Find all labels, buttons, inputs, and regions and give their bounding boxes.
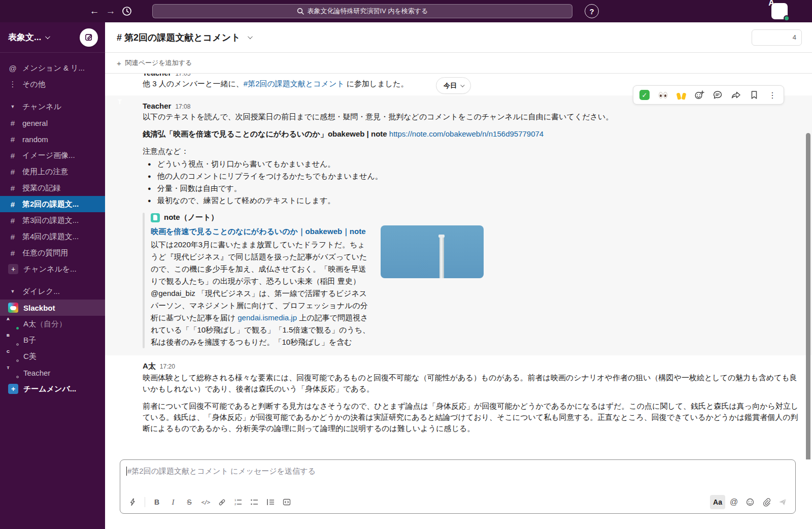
sidebar-dm-ataro[interactable]: A A太（自分） [0, 316, 105, 332]
message-paragraph: 前者について回復不可能であると判断する見方はなさそうなので、ひとまず論点は「身体… [143, 401, 802, 434]
quick-reaction-raised-hands-button[interactable] [673, 87, 689, 103]
message-text-intro: 以下のテキストを読んで、次回授業日の前日までに感想・疑問・意見・批判などのコメン… [143, 111, 802, 122]
shortcuts-button[interactable] [125, 495, 141, 509]
plus-icon: + [8, 264, 18, 274]
sidebar-invite-members[interactable]: + チームメンバ... [0, 381, 105, 397]
channel-label: 授業の記録 [22, 183, 60, 193]
inline-code-button[interactable]: </> [198, 495, 213, 509]
add-channel-label: チャンネルを... [23, 264, 77, 274]
article-thumbnail-image[interactable] [381, 225, 484, 278]
sidebar-channel-session3[interactable]: #第3回の課題文... [0, 212, 105, 228]
history-clock-icon[interactable] [119, 3, 135, 19]
chevron-down-icon [45, 34, 50, 39]
article-url-link[interactable]: https://note.com/obakeweb/n/n156d9577907… [389, 129, 544, 138]
more-actions-button[interactable]: ⋮ [764, 87, 781, 103]
ataro-message[interactable]: A A太 17:20 映画体験として総称される様々な要素には、回復可能であるもの… [105, 359, 812, 436]
message-timestamp[interactable]: 17:08 [175, 103, 190, 110]
show-formatting-button[interactable]: Aa [710, 495, 725, 509]
avatar: B [8, 335, 18, 345]
user-avatar[interactable]: A [771, 3, 788, 19]
channels-section-header[interactable]: ▼ チャンネル [0, 98, 105, 115]
member-list-button[interactable]: T A B 4 [752, 29, 802, 46]
avatar: C [8, 351, 18, 361]
teacher-message[interactable]: T Teacher 17:08 以下のテキストを読んで、次回授業日の前日までに感… [105, 95, 812, 355]
message-input[interactable]: #第2回の課題文献とコメント にメッセージを送信する [120, 460, 795, 491]
search-input[interactable]: 表象文化論特殊研究演習IV 内を検索する [152, 4, 572, 18]
history-forward-button[interactable]: → [103, 3, 119, 19]
sidebar-channel-image[interactable]: #イメージ画像... [0, 147, 105, 163]
channel-label: 第3回の課題文... [22, 216, 79, 225]
attach-file-button[interactable] [759, 495, 774, 509]
vertical-scrollbar[interactable] [806, 133, 810, 459]
sidebar-dm-bko[interactable]: B B子 [0, 332, 105, 348]
reply-in-thread-button[interactable] [709, 87, 726, 103]
bulleted-list-button[interactable] [247, 495, 262, 509]
quick-reaction-eyes-button[interactable] [655, 87, 671, 103]
message-timestamp[interactable]: 17:05 [175, 74, 190, 77]
date-divider-button[interactable]: 今日 [436, 77, 471, 94]
sidebar-channel-usage-notes[interactable]: #使用上の注意 [0, 163, 105, 180]
chimney-tower-image [439, 235, 444, 278]
message-author[interactable]: A太 [143, 361, 156, 371]
smiley-plus-icon [694, 90, 704, 100]
message-author[interactable]: Teacher [143, 102, 171, 110]
channel-title-button[interactable]: # 第2回の課題文献とコメント [117, 31, 251, 44]
sidebar-add-channel[interactable]: + チャンネルを... [0, 261, 105, 277]
sidebar-channel-questions[interactable]: #任意の質問用 [0, 245, 105, 261]
sidebar-channel-class-records[interactable]: #授業の記録 [0, 180, 105, 196]
bulleted-list-icon [250, 498, 258, 506]
member-avatar: A [767, 32, 777, 43]
share-icon [731, 90, 741, 100]
sidebar-item-mentions[interactable]: @ メンション & リ... [0, 60, 105, 76]
composer-area: #第2回の課題文献とコメント にメッセージを送信する B I S </> 1 [105, 459, 812, 529]
new-message-button[interactable] [80, 28, 98, 47]
sidebar-channel-random[interactable]: #random [0, 131, 105, 147]
dm-label: A太（自分） [23, 319, 66, 329]
strikethrough-button[interactable]: S [182, 495, 197, 509]
share-message-button[interactable] [728, 87, 744, 103]
bold-button[interactable]: B [149, 495, 164, 509]
caret-down-icon: ▼ [8, 289, 17, 294]
blockquote-button[interactable] [263, 495, 278, 509]
thread-icon [713, 90, 723, 100]
add-bookmark-button[interactable]: + 関連ページを追加する [117, 58, 192, 68]
at-icon: @ [8, 64, 17, 73]
send-button[interactable] [775, 495, 790, 509]
sidebar-channel-general[interactable]: #general [0, 115, 105, 131]
member-avatar: B [779, 32, 789, 43]
workspace-header[interactable]: 表象文... [0, 22, 105, 53]
message-timestamp[interactable]: 17:20 [160, 363, 175, 370]
dm-label: B子 [23, 336, 36, 345]
italic-button[interactable]: I [165, 495, 181, 509]
message-author[interactable]: Teacher [143, 74, 171, 77]
save-for-later-button[interactable] [746, 87, 762, 103]
ordered-list-button[interactable]: 12 [230, 495, 246, 509]
toolbar-divider [145, 497, 145, 507]
quick-reaction-check-button[interactable]: ✓ [636, 87, 653, 103]
history-back-button[interactable]: ← [86, 3, 103, 19]
hash-icon: # [8, 249, 17, 257]
emoji-button[interactable] [742, 495, 758, 509]
bullet-icon: ● [148, 182, 151, 194]
add-reaction-button[interactable] [691, 87, 707, 103]
message-composer[interactable]: #第2回の課題文献とコメント にメッセージを送信する B I S </> 1 [120, 459, 796, 514]
channel-label: 第2回の課題文... [22, 200, 79, 209]
sidebar-dm-slackbot[interactable]: Slackbot [0, 300, 105, 316]
message-list: T Teacher 17:05 他 3 人のメンバーと一緒に、#第2回の課題文献… [105, 74, 812, 459]
channel-link[interactable]: #第2回の課題文献とコメント [244, 79, 345, 88]
dm-label: Slackbot [23, 304, 55, 312]
sidebar-channel-session4[interactable]: #第4回の課題文... [0, 228, 105, 245]
sidebar-item-more[interactable]: ⋮ その他 [0, 76, 105, 92]
sidebar-channel-session2-selected[interactable]: #第2回の課題文... [0, 196, 105, 212]
sidebar-item-label: その他 [22, 80, 46, 89]
code-block-button[interactable] [279, 495, 294, 509]
link-button[interactable] [214, 495, 229, 509]
dm-section-header[interactable]: ▼ ダイレク... [0, 283, 105, 300]
sidebar-dm-cmi[interactable]: C C美 [0, 348, 105, 365]
article-title-link[interactable]: 映画を倍速で見ることのなにがわるいのか｜obakeweb｜note [151, 225, 373, 238]
help-button[interactable]: ? [585, 4, 599, 18]
sidebar-dm-teacher[interactable]: T Teacher [0, 365, 105, 381]
mention-button[interactable]: @ [726, 495, 741, 509]
presence-indicator [784, 15, 790, 21]
gendai-link[interactable]: gendai.ismedia.jp [238, 313, 297, 322]
